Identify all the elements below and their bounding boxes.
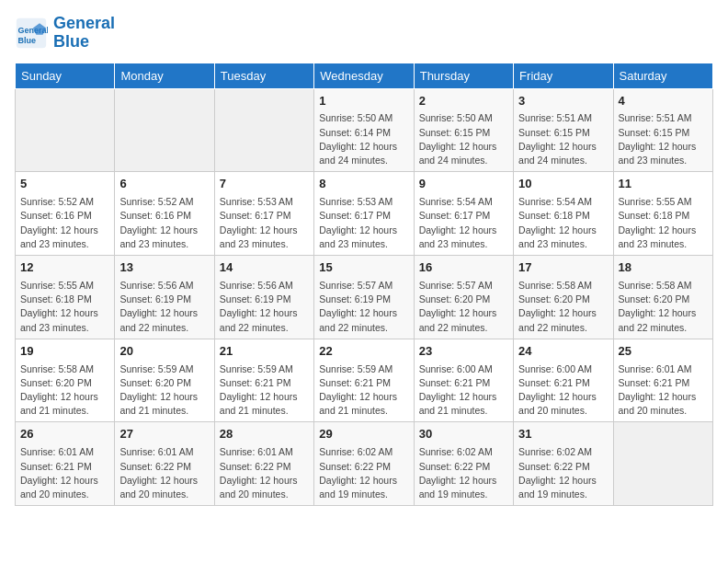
column-header-saturday: Saturday bbox=[613, 63, 712, 88]
day-info: Sunrise: 6:02 AM Sunset: 6:22 PM Dayligh… bbox=[518, 445, 608, 501]
calendar-cell: 26Sunrise: 6:01 AM Sunset: 6:21 PM Dayli… bbox=[16, 422, 115, 506]
calendar-body: 1Sunrise: 5:50 AM Sunset: 6:14 PM Daylig… bbox=[16, 88, 713, 506]
day-number: 3 bbox=[518, 93, 608, 110]
day-info: Sunrise: 5:51 AM Sunset: 6:15 PM Dayligh… bbox=[619, 111, 708, 167]
column-header-sunday: Sunday bbox=[16, 63, 115, 88]
day-info: Sunrise: 5:58 AM Sunset: 6:20 PM Dayligh… bbox=[518, 279, 608, 335]
day-number: 8 bbox=[319, 176, 408, 193]
calendar-cell: 24Sunrise: 6:00 AM Sunset: 6:21 PM Dayli… bbox=[514, 339, 613, 422]
calendar-cell: 23Sunrise: 6:00 AM Sunset: 6:21 PM Dayli… bbox=[414, 339, 513, 422]
calendar-cell: 22Sunrise: 5:59 AM Sunset: 6:21 PM Dayli… bbox=[314, 339, 414, 422]
calendar-cell: 9Sunrise: 5:54 AM Sunset: 6:17 PM Daylig… bbox=[414, 172, 513, 256]
calendar-cell: 7Sunrise: 5:53 AM Sunset: 6:17 PM Daylig… bbox=[214, 172, 313, 256]
week-row-1: 1Sunrise: 5:50 AM Sunset: 6:14 PM Daylig… bbox=[16, 88, 713, 172]
day-info: Sunrise: 5:59 AM Sunset: 6:20 PM Dayligh… bbox=[119, 362, 209, 419]
day-number: 12 bbox=[20, 259, 109, 277]
day-info: Sunrise: 5:53 AM Sunset: 6:17 PM Dayligh… bbox=[220, 195, 309, 251]
calendar-cell: 25Sunrise: 6:01 AM Sunset: 6:21 PM Dayli… bbox=[613, 339, 712, 422]
calendar-cell: 16Sunrise: 5:57 AM Sunset: 6:20 PM Dayli… bbox=[414, 256, 513, 339]
day-info: Sunrise: 6:01 AM Sunset: 6:22 PM Dayligh… bbox=[119, 445, 209, 501]
calendar-cell: 15Sunrise: 5:57 AM Sunset: 6:19 PM Dayli… bbox=[314, 256, 414, 339]
day-number: 13 bbox=[119, 259, 209, 277]
day-number: 21 bbox=[220, 343, 309, 361]
day-number: 30 bbox=[419, 426, 508, 443]
day-info: Sunrise: 6:01 AM Sunset: 6:22 PM Dayligh… bbox=[220, 445, 309, 501]
calendar-cell: 28Sunrise: 6:01 AM Sunset: 6:22 PM Dayli… bbox=[214, 422, 313, 506]
day-info: Sunrise: 5:58 AM Sunset: 6:20 PM Dayligh… bbox=[20, 362, 109, 419]
calendar-cell: 12Sunrise: 5:55 AM Sunset: 6:18 PM Dayli… bbox=[16, 256, 115, 339]
calendar-cell: 8Sunrise: 5:53 AM Sunset: 6:17 PM Daylig… bbox=[314, 172, 414, 256]
svg-text:Blue: Blue bbox=[18, 36, 37, 45]
day-number: 11 bbox=[619, 176, 708, 193]
day-number: 20 bbox=[119, 343, 209, 361]
calendar-cell: 19Sunrise: 5:58 AM Sunset: 6:20 PM Dayli… bbox=[16, 339, 115, 422]
day-info: Sunrise: 5:50 AM Sunset: 6:15 PM Dayligh… bbox=[419, 111, 508, 167]
day-number: 27 bbox=[119, 426, 209, 443]
calendar-cell: 2Sunrise: 5:50 AM Sunset: 6:15 PM Daylig… bbox=[414, 88, 513, 172]
day-info: Sunrise: 6:00 AM Sunset: 6:21 PM Dayligh… bbox=[419, 362, 508, 419]
day-info: Sunrise: 5:50 AM Sunset: 6:14 PM Dayligh… bbox=[319, 111, 408, 167]
day-number: 15 bbox=[319, 259, 408, 277]
calendar-cell: 14Sunrise: 5:56 AM Sunset: 6:19 PM Dayli… bbox=[214, 256, 313, 339]
day-number: 9 bbox=[419, 176, 508, 193]
calendar-cell: 27Sunrise: 6:01 AM Sunset: 6:22 PM Dayli… bbox=[115, 422, 214, 506]
calendar-cell: 30Sunrise: 6:02 AM Sunset: 6:22 PM Dayli… bbox=[414, 422, 513, 506]
week-row-4: 19Sunrise: 5:58 AM Sunset: 6:20 PM Dayli… bbox=[16, 339, 713, 422]
day-info: Sunrise: 5:59 AM Sunset: 6:21 PM Dayligh… bbox=[220, 362, 309, 419]
day-number: 29 bbox=[319, 426, 408, 443]
logo: General Blue GeneralBlue bbox=[15, 15, 115, 52]
day-info: Sunrise: 6:02 AM Sunset: 6:22 PM Dayligh… bbox=[419, 445, 508, 501]
calendar-cell: 21Sunrise: 5:59 AM Sunset: 6:21 PM Dayli… bbox=[214, 339, 313, 422]
day-number: 1 bbox=[319, 93, 408, 110]
day-number: 5 bbox=[20, 176, 109, 193]
day-info: Sunrise: 6:01 AM Sunset: 6:21 PM Dayligh… bbox=[20, 445, 109, 501]
calendar-cell: 11Sunrise: 5:55 AM Sunset: 6:18 PM Dayli… bbox=[613, 172, 712, 256]
logo-text: GeneralBlue bbox=[53, 15, 115, 52]
calendar-cell: 1Sunrise: 5:50 AM Sunset: 6:14 PM Daylig… bbox=[314, 88, 414, 172]
day-number: 26 bbox=[20, 426, 109, 443]
column-header-thursday: Thursday bbox=[414, 63, 513, 88]
day-number: 2 bbox=[419, 93, 508, 110]
header-row: SundayMondayTuesdayWednesdayThursdayFrid… bbox=[16, 63, 713, 88]
column-header-tuesday: Tuesday bbox=[214, 63, 313, 88]
day-info: Sunrise: 5:55 AM Sunset: 6:18 PM Dayligh… bbox=[619, 195, 708, 251]
calendar-cell: 4Sunrise: 5:51 AM Sunset: 6:15 PM Daylig… bbox=[613, 88, 712, 172]
column-header-friday: Friday bbox=[514, 63, 613, 88]
calendar-cell: 20Sunrise: 5:59 AM Sunset: 6:20 PM Dayli… bbox=[115, 339, 214, 422]
calendar-table: SundayMondayTuesdayWednesdayThursdayFrid… bbox=[15, 63, 713, 507]
calendar-cell: 29Sunrise: 6:02 AM Sunset: 6:22 PM Dayli… bbox=[314, 422, 414, 506]
day-info: Sunrise: 5:54 AM Sunset: 6:17 PM Dayligh… bbox=[419, 195, 508, 251]
day-number: 22 bbox=[319, 343, 408, 361]
week-row-5: 26Sunrise: 6:01 AM Sunset: 6:21 PM Dayli… bbox=[16, 422, 713, 506]
day-number: 7 bbox=[220, 176, 309, 193]
day-info: Sunrise: 5:56 AM Sunset: 6:19 PM Dayligh… bbox=[119, 279, 209, 335]
logo-icon: General Blue bbox=[15, 17, 48, 50]
day-number: 23 bbox=[419, 343, 508, 361]
day-info: Sunrise: 5:57 AM Sunset: 6:20 PM Dayligh… bbox=[419, 279, 508, 335]
calendar-cell bbox=[16, 88, 115, 172]
calendar-cell: 3Sunrise: 5:51 AM Sunset: 6:15 PM Daylig… bbox=[514, 88, 613, 172]
day-number: 17 bbox=[518, 259, 608, 277]
day-info: Sunrise: 5:54 AM Sunset: 6:18 PM Dayligh… bbox=[518, 195, 608, 251]
day-number: 10 bbox=[518, 176, 608, 193]
day-number: 19 bbox=[20, 343, 109, 361]
calendar-cell: 10Sunrise: 5:54 AM Sunset: 6:18 PM Dayli… bbox=[514, 172, 613, 256]
day-number: 31 bbox=[518, 426, 608, 443]
day-info: Sunrise: 5:59 AM Sunset: 6:21 PM Dayligh… bbox=[319, 362, 408, 419]
calendar-cell bbox=[214, 88, 313, 172]
calendar-cell: 31Sunrise: 6:02 AM Sunset: 6:22 PM Dayli… bbox=[514, 422, 613, 506]
day-info: Sunrise: 6:02 AM Sunset: 6:22 PM Dayligh… bbox=[319, 445, 408, 501]
day-info: Sunrise: 6:01 AM Sunset: 6:21 PM Dayligh… bbox=[619, 362, 708, 419]
page-header: General Blue GeneralBlue bbox=[15, 15, 713, 52]
day-info: Sunrise: 5:56 AM Sunset: 6:19 PM Dayligh… bbox=[220, 279, 309, 335]
column-header-wednesday: Wednesday bbox=[314, 63, 414, 88]
column-header-monday: Monday bbox=[115, 63, 214, 88]
week-row-2: 5Sunrise: 5:52 AM Sunset: 6:16 PM Daylig… bbox=[16, 172, 713, 256]
day-info: Sunrise: 5:53 AM Sunset: 6:17 PM Dayligh… bbox=[319, 195, 408, 251]
day-number: 25 bbox=[619, 343, 708, 361]
day-number: 28 bbox=[220, 426, 309, 443]
calendar-cell: 18Sunrise: 5:58 AM Sunset: 6:20 PM Dayli… bbox=[613, 256, 712, 339]
day-number: 6 bbox=[119, 176, 209, 193]
calendar-cell: 17Sunrise: 5:58 AM Sunset: 6:20 PM Dayli… bbox=[514, 256, 613, 339]
day-number: 4 bbox=[619, 93, 708, 110]
